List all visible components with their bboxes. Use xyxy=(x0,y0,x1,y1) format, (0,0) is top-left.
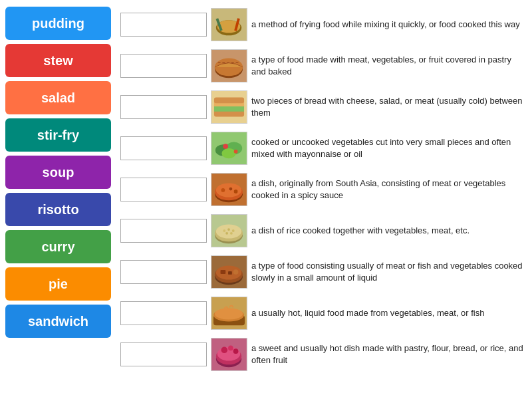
definition-row-2: two pieces of bread with cheese, salad, … xyxy=(120,88,528,126)
svg-point-33 xyxy=(232,229,235,232)
answer-input-4[interactable] xyxy=(120,178,207,201)
svg-point-51 xyxy=(221,346,228,353)
definition-text-6: a type of food consisting usually of mea… xyxy=(251,260,528,284)
svg-rect-41 xyxy=(228,271,232,275)
svg-point-18 xyxy=(223,144,228,149)
pie-img xyxy=(211,49,247,82)
word-btn-stir-fry[interactable]: stir-fry xyxy=(5,118,111,152)
word-btn-pie[interactable]: pie xyxy=(5,267,111,301)
word-btn-stew[interactable]: stew xyxy=(5,44,111,77)
svg-point-26 xyxy=(234,190,238,194)
answer-input-7[interactable] xyxy=(120,301,207,325)
word-btn-pudding[interactable]: pudding xyxy=(5,7,111,40)
svg-point-46 xyxy=(215,308,243,319)
stew-img xyxy=(211,255,247,289)
answer-input-0[interactable] xyxy=(120,13,207,37)
definition-row-0: a method of frying food while mixing it … xyxy=(120,5,528,44)
definition-row-8: a sweet and usually hot dish made with p… xyxy=(120,335,528,374)
stir-fry-img xyxy=(211,8,247,41)
soup-img xyxy=(211,297,247,330)
svg-point-24 xyxy=(221,188,225,192)
svg-point-25 xyxy=(229,188,233,191)
svg-rect-13 xyxy=(214,98,244,104)
svg-point-31 xyxy=(223,229,225,232)
definition-text-3: cooked or uncooked vegetables cut into v… xyxy=(251,136,528,160)
svg-rect-40 xyxy=(221,270,226,274)
word-btn-soup[interactable]: soup xyxy=(5,156,111,189)
answer-input-5[interactable] xyxy=(120,219,207,243)
definition-row-3: cooked or uncooked vegetables cut into v… xyxy=(120,129,528,168)
svg-point-42 xyxy=(233,269,239,275)
definition-text-2: two pieces of bread with cheese, salad, … xyxy=(251,95,528,119)
definitions-panel: a method of frying food while mixing it … xyxy=(116,0,532,399)
definition-row-1: a type of food made with meat, vegetable… xyxy=(120,47,528,85)
svg-point-53 xyxy=(233,348,239,354)
sandwich-img xyxy=(211,90,247,124)
svg-point-23 xyxy=(216,183,241,197)
definition-row-7: a usually hot, liquid food made from veg… xyxy=(120,294,528,332)
svg-point-30 xyxy=(216,224,241,238)
answer-input-8[interactable] xyxy=(120,342,207,366)
definition-row-4: a dish, originally from South Asia, cons… xyxy=(120,170,528,209)
answer-input-2[interactable] xyxy=(120,95,207,119)
word-btn-salad[interactable]: salad xyxy=(5,81,111,114)
definition-row-5: a dish of rice cooked together with vege… xyxy=(120,211,528,250)
svg-point-52 xyxy=(228,346,233,351)
definition-text-5: a dish of rice cooked together with vege… xyxy=(251,225,469,237)
svg-point-32 xyxy=(227,228,230,231)
svg-point-34 xyxy=(225,232,228,235)
answer-input-1[interactable] xyxy=(120,54,207,78)
curry-img xyxy=(211,173,247,206)
definition-text-4: a dish, originally from South Asia, cons… xyxy=(251,178,528,201)
risotto-img xyxy=(211,214,247,247)
answer-input-6[interactable] xyxy=(120,260,207,284)
definition-text-8: a sweet and usually hot dish made with p… xyxy=(251,342,528,366)
svg-point-17 xyxy=(221,148,235,158)
svg-point-35 xyxy=(230,232,233,235)
words-panel: puddingstewsaladstir-frysouprisottocurry… xyxy=(0,0,116,399)
definition-text-0: a method of frying food while mixing it … xyxy=(251,19,520,31)
definition-row-6: a type of food consisting usually of mea… xyxy=(120,253,528,291)
answer-input-3[interactable] xyxy=(120,136,207,160)
definition-text-1: a type of food made with meat, vegetable… xyxy=(251,54,528,78)
word-btn-risotto[interactable]: risotto xyxy=(5,193,111,226)
pudding-img xyxy=(211,338,247,371)
salad-img xyxy=(211,132,247,165)
svg-point-19 xyxy=(234,150,238,154)
word-btn-sandwich[interactable]: sandwich xyxy=(5,305,111,338)
definition-text-7: a usually hot, liquid food made from veg… xyxy=(251,307,484,319)
word-btn-curry[interactable]: curry xyxy=(5,230,111,263)
